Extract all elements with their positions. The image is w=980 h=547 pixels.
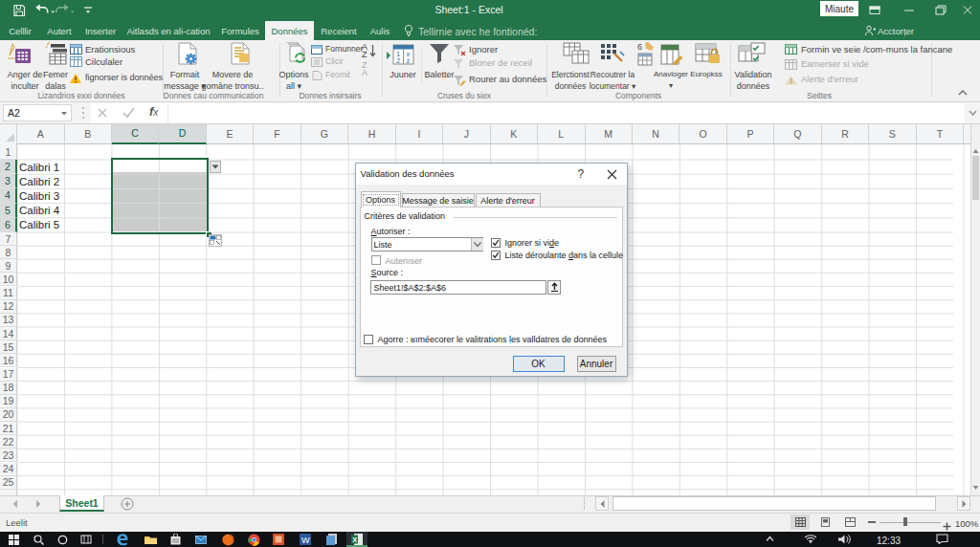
svg-text:2: 2 bbox=[396, 56, 400, 65]
svg-text:X: X bbox=[352, 536, 357, 544]
svg-text:z: z bbox=[407, 56, 411, 65]
svg-text:W: W bbox=[301, 536, 310, 545]
svg-text:6: 6 bbox=[637, 42, 642, 52]
